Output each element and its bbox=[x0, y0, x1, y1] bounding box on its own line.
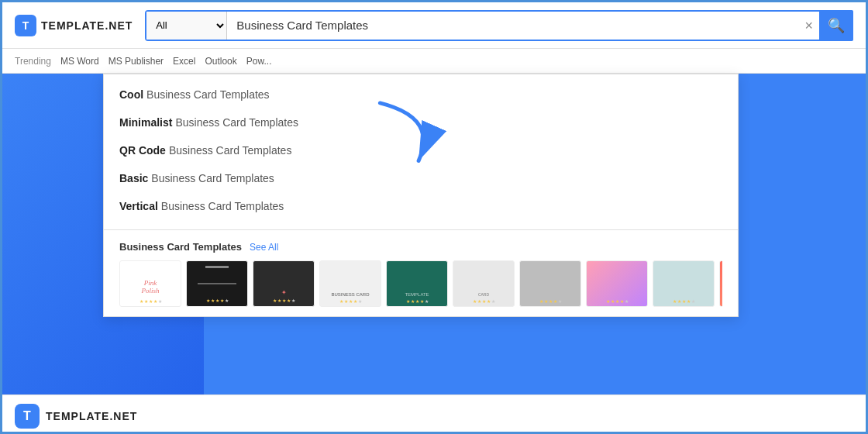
search-input[interactable] bbox=[227, 19, 798, 32]
trending-bar: Trending MS Word MS Publisher Excel Outl… bbox=[2, 49, 866, 74]
suggestion-normal-basic: Business Card Templates bbox=[151, 172, 274, 184]
trending-link-outlook[interactable]: Outlook bbox=[205, 56, 236, 67]
suggestion-basic[interactable]: Basic Business Card Templates bbox=[104, 164, 738, 192]
suggestion-bold-vertical: Vertical bbox=[119, 200, 158, 212]
suggestion-bold-qrcode: QR Code bbox=[119, 144, 166, 157]
trending-link-mspublisher[interactable]: MS Publisher bbox=[108, 56, 164, 67]
template-thumb-1[interactable]: PinkPolish ★★★★★ bbox=[119, 260, 181, 307]
footer: T TEMPLATE.NET bbox=[2, 394, 866, 434]
main-area: Cool Business Card Templates Minimalist … bbox=[2, 74, 866, 394]
logo-icon: T bbox=[15, 15, 36, 36]
thumb-stars-6: ★★★★★ bbox=[456, 298, 512, 304]
thumb-stars-5: ★★★★★ bbox=[389, 298, 445, 304]
dropdown-divider bbox=[104, 229, 738, 230]
suggestion-bold-minimalist: Minimalist bbox=[119, 116, 172, 129]
template-thumb-4[interactable]: BUSINESS CARD ★★★★★ bbox=[319, 260, 381, 307]
search-dropdown: Cool Business Card Templates Minimalist … bbox=[103, 74, 739, 317]
thumb-label-1: PinkPolish bbox=[138, 277, 162, 298]
suggestion-bold-basic: Basic bbox=[119, 172, 148, 184]
search-button[interactable]: 🔍 bbox=[819, 10, 853, 41]
templates-header: Business Card Templates See All bbox=[119, 241, 722, 253]
trending-link-pow[interactable]: Pow... bbox=[246, 56, 272, 67]
trending-link-msword[interactable]: MS Word bbox=[60, 56, 99, 67]
search-icon: 🔍 bbox=[828, 17, 845, 34]
templates-section: Business Card Templates See All PinkPoli… bbox=[104, 233, 738, 316]
header: T TEMPLATE.NET All Word PowerPoint Excel… bbox=[2, 2, 866, 49]
template-thumb-2[interactable]: ★★★★★ bbox=[186, 260, 248, 307]
suggestion-cool[interactable]: Cool Business Card Templates bbox=[104, 81, 738, 108]
template-thumb-5[interactable]: TEMPLATE ★★★★★ bbox=[386, 260, 448, 307]
footer-logo-text: TEMPLATE.NET bbox=[46, 410, 137, 422]
suggestion-qrcode[interactable]: QR Code Business Card Templates bbox=[104, 136, 738, 164]
search-category-select[interactable]: All Word PowerPoint Excel PDF bbox=[146, 12, 227, 40]
thumb-stars-2: ★★★★★ bbox=[190, 298, 244, 303]
suggestions-list: Cool Business Card Templates Minimalist … bbox=[104, 74, 738, 226]
trending-label: Trending bbox=[15, 56, 51, 67]
templates-section-title: Business Card Templates bbox=[119, 241, 242, 253]
suggestion-normal-minimalist: Business Card Templates bbox=[175, 116, 298, 129]
suggestion-minimalist[interactable]: Minimalist Business Card Templates bbox=[104, 108, 738, 136]
see-all-link[interactable]: See All bbox=[250, 242, 278, 253]
template-thumb-9[interactable]: ★★★★★ bbox=[653, 260, 715, 307]
suggestion-normal-vertical: Business Card Templates bbox=[161, 200, 284, 212]
thumb-stars-7: ★★★★★ bbox=[522, 298, 578, 304]
template-thumb-3[interactable]: ✦ ★★★★★ bbox=[253, 260, 315, 307]
template-thumb-10[interactable]: ★★★★★ bbox=[719, 260, 722, 307]
template-thumb-8[interactable]: ★★★★★ bbox=[586, 260, 648, 307]
search-bar: All Word PowerPoint Excel PDF × 🔍 bbox=[145, 10, 853, 41]
suggestion-vertical[interactable]: Vertical Business Card Templates bbox=[104, 192, 738, 220]
footer-logo-icon: T bbox=[15, 404, 40, 429]
suggestion-bold-cool: Cool bbox=[119, 88, 143, 101]
template-thumbnails: PinkPolish ★★★★★ ★★★★★ ✦ bbox=[119, 260, 722, 307]
thumb-stars-9: ★★★★★ bbox=[656, 298, 711, 304]
template-thumb-6[interactable]: CARD ★★★★★ bbox=[453, 260, 515, 307]
trending-link-excel[interactable]: Excel bbox=[173, 56, 195, 67]
logo-text: TEMPLATE.NET bbox=[41, 19, 133, 32]
suggestion-normal-cool: Business Card Templates bbox=[146, 88, 269, 101]
search-clear-button[interactable]: × bbox=[798, 19, 819, 33]
template-thumb-7[interactable]: ★★★★★ bbox=[519, 260, 581, 307]
suggestion-normal-qrcode: Business Card Templates bbox=[169, 144, 291, 157]
logo-area: T TEMPLATE.NET bbox=[15, 15, 133, 36]
thumb-stars-1: ★★★★★ bbox=[140, 298, 162, 304]
thumb-stars-3: ★★★★★ bbox=[257, 298, 311, 303]
thumb-stars-4: ★★★★★ bbox=[322, 298, 378, 304]
thumb-stars-8: ★★★★★ bbox=[589, 298, 645, 304]
